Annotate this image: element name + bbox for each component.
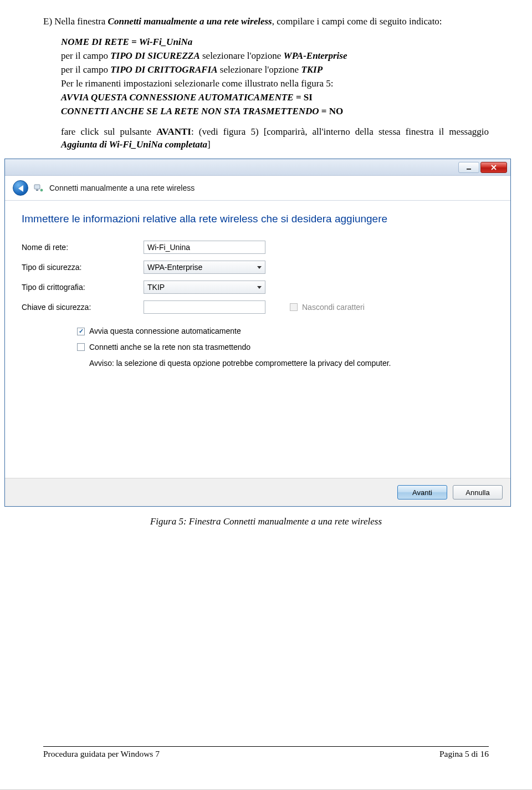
next-button[interactable]: Avanti — [397, 485, 447, 500]
input-network-name[interactable] — [144, 241, 265, 254]
figure-caption: Figura 5: Finestra Connetti manualmente … — [43, 516, 489, 528]
row-security-type: Tipo di sicurezza: WPA-Enterprise — [22, 261, 494, 274]
label-auto-connect: Avvia questa connessione automaticamente — [89, 326, 241, 337]
action-paragraph: fare click sul pulsante AVANTI: (vedi fi… — [43, 126, 489, 151]
label-connect-hidden: Connetti anche se la rete non sta trasme… — [89, 342, 250, 353]
close-button[interactable] — [480, 162, 507, 173]
checkbox-hide-chars — [290, 303, 298, 311]
cancel-button[interactable]: Annulla — [453, 485, 503, 500]
row-connect-hidden: Connetti anche se la rete non sta trasme… — [22, 342, 494, 353]
dialog-heading: Immettere le informazioni relative alla … — [22, 212, 494, 226]
window-titlebar — [5, 159, 510, 176]
label-network-name: Nome di rete: — [22, 242, 144, 253]
row-encryption-type: Tipo di crittografia: TKIP — [22, 281, 494, 294]
intro-paragraph: E) Nella finestra Connetti manualmente a… — [43, 16, 489, 28]
hide-chars-group: Nascondi caratteri — [290, 302, 365, 313]
chevron-down-icon — [257, 286, 262, 289]
minimize-button[interactable] — [458, 162, 479, 173]
svg-rect-0 — [467, 169, 471, 170]
network-icon — [34, 183, 44, 193]
window-header: Connetti manualmente a una rete wireless — [5, 176, 510, 201]
footer-left: Procedura guidata per Windows 7 — [43, 748, 160, 760]
select-security-type[interactable]: WPA-Enterprise — [144, 261, 265, 274]
dialog-window: Connetti manualmente a una rete wireless… — [4, 159, 511, 507]
select-encryption-type[interactable]: TKIP — [144, 281, 265, 294]
row-network-name: Nome di rete: — [22, 241, 494, 254]
label-encryption-type: Tipo di crittografia: — [22, 282, 144, 293]
svg-rect-2 — [36, 190, 38, 191]
window-body: Immettere le informazioni relative alla … — [5, 201, 510, 478]
row-security-key: Chiave di sicurezza: Nascondi caratteri — [22, 300, 494, 314]
label-security-key: Chiave di sicurezza: — [22, 302, 144, 313]
window-footer: Avanti Annulla — [5, 478, 510, 506]
checkbox-connect-hidden[interactable] — [77, 343, 85, 351]
input-security-key[interactable] — [144, 300, 265, 314]
privacy-warning: Avviso: la selezione di questa opzione p… — [22, 358, 494, 369]
window-title: Connetti manualmente a una rete wireless — [49, 183, 195, 193]
row-auto-connect: Avvia questa connessione automaticamente — [22, 326, 494, 337]
settings-list: NOME DI RETE = Wi-Fi_UniNa per il campo … — [43, 36, 489, 118]
chevron-down-icon — [257, 266, 262, 269]
checkbox-auto-connect[interactable] — [77, 328, 85, 335]
svg-point-3 — [40, 189, 43, 191]
footer-right: Pagina 5 di 16 — [439, 748, 489, 760]
label-hide-chars: Nascondi caratteri — [302, 302, 365, 313]
svg-rect-1 — [34, 185, 40, 189]
label-security-type: Tipo di sicurezza: — [22, 262, 144, 273]
back-button[interactable] — [13, 180, 28, 196]
screenshot-figure: Connetti manualmente a una rete wireless… — [4, 159, 511, 507]
page-footer: Procedura guidata per Windows 7 Pagina 5… — [43, 746, 489, 760]
